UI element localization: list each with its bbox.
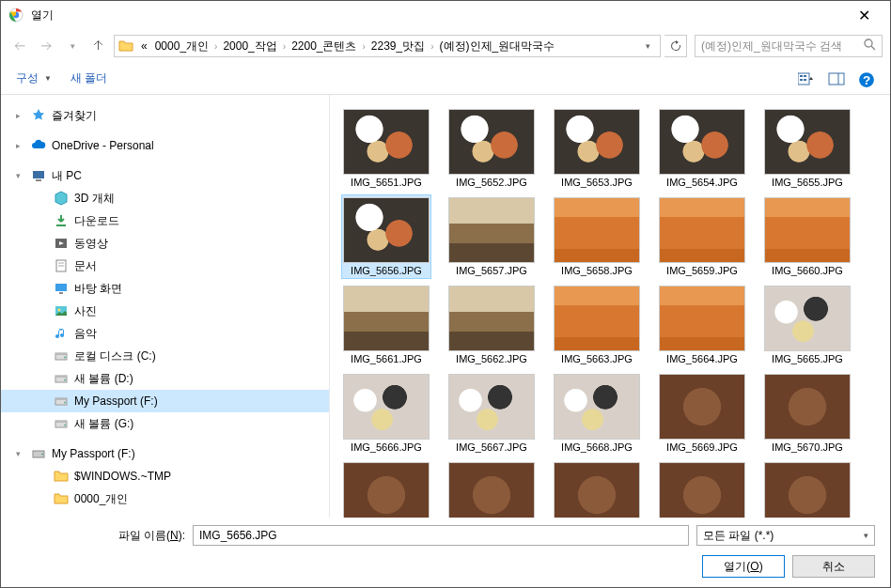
file-item[interactable]: IMG_5661.JPG — [341, 283, 431, 367]
file-list[interactable]: IMG_5651.JPGIMG_5652.JPGIMG_5653.JPGIMG_… — [330, 95, 890, 518]
tree-item[interactable]: 사진 — [1, 300, 329, 322]
open-button[interactable]: 열기(O) — [702, 555, 785, 578]
file-item[interactable]: IMG_5666.JPG — [341, 371, 431, 456]
thumbnail — [554, 109, 640, 175]
breadcrumb-item[interactable]: 2000_작업 — [219, 39, 280, 53]
file-item[interactable]: IMG_5653.JPG — [552, 106, 642, 191]
breadcrumb[interactable]: « 0000_개인›2000_작업›2200_콘텐츠›2239_맛집›(예정)인… — [114, 35, 661, 57]
svg-rect-27 — [55, 376, 67, 378]
tree-item[interactable]: 3D 개체 — [1, 187, 329, 209]
thumbnail — [659, 286, 745, 351]
file-item[interactable]: IMG_5652.JPG — [446, 106, 537, 191]
file-item[interactable]: IMG_5665.JPG — [762, 283, 852, 367]
breadcrumb-item[interactable]: (예정)인제_원대막국수 — [436, 39, 559, 53]
disk-icon — [54, 348, 69, 364]
thumbnail — [343, 286, 430, 351]
file-name: IMG_5660.JPG — [772, 265, 843, 276]
refresh-button[interactable] — [664, 35, 687, 57]
thumbnail — [554, 374, 640, 440]
tree-thispc[interactable]: ▾ 내 PC — [1, 164, 329, 187]
file-name: IMG_5663.JPG — [561, 353, 633, 364]
breadcrumb-item[interactable]: 0000_개인 — [151, 39, 212, 53]
file-item[interactable]: IMG_5655.JPG — [762, 106, 852, 191]
svg-rect-20 — [59, 292, 63, 294]
thumbnail — [659, 462, 745, 518]
svg-point-28 — [64, 379, 66, 381]
photo-icon — [54, 303, 69, 318]
cancel-button[interactable]: 취소 — [792, 555, 875, 578]
organize-menu[interactable]: 구성▼ — [16, 70, 52, 86]
back-button[interactable]: 🡠 — [8, 35, 31, 57]
file-item[interactable]: IMG_5659.JPG — [657, 194, 747, 279]
newfolder-button[interactable]: 새 폴더 — [70, 70, 107, 86]
file-item[interactable]: IMG_5663.JPG — [552, 283, 642, 367]
disk-icon — [54, 394, 69, 409]
file-item[interactable]: IMG_5667.JPG — [446, 371, 537, 456]
main: ▸ 즐겨찾기 ▸ OneDrive - Personal ▾ 내 PC 3D 개… — [1, 95, 890, 518]
desktop-icon — [54, 281, 69, 296]
thumbnail — [764, 109, 851, 175]
svg-text:?: ? — [863, 72, 870, 86]
file-name: IMG_5656.JPG — [351, 265, 422, 276]
thumbnail — [448, 197, 535, 263]
tree-passport[interactable]: ▾ My Passport (F:) — [1, 442, 329, 465]
svg-rect-33 — [55, 421, 67, 423]
tree-item[interactable]: 음악 — [1, 322, 329, 345]
file-item[interactable]: IMG_5662.JPG — [446, 283, 537, 367]
up-button[interactable]: 🡡 — [87, 35, 110, 57]
breadcrumb-separator[interactable]: › — [429, 41, 435, 52]
tree-item[interactable]: 새 볼륨 (G:) — [1, 412, 329, 435]
breadcrumb-item[interactable]: 2239_맛집 — [367, 39, 429, 53]
file-item[interactable]: IMG_5669.JPG — [657, 371, 747, 456]
breadcrumb-prefix: « — [137, 39, 151, 53]
breadcrumb-separator[interactable]: › — [361, 41, 367, 52]
tree-quickaccess[interactable]: ▸ 즐겨찾기 — [1, 104, 329, 127]
chrome-icon — [8, 8, 23, 23]
file-item[interactable]: IMG_5651.JPG — [341, 106, 431, 191]
filename-input[interactable] — [193, 525, 689, 546]
file-item[interactable]: IMG_5654.JPG — [657, 106, 747, 191]
tree-item[interactable]: 다운로드 — [1, 209, 329, 232]
tree-item[interactable]: My Passport (F:) — [1, 390, 329, 412]
file-name: IMG_5653.JPG — [561, 177, 633, 188]
tree-onedrive[interactable]: ▸ OneDrive - Personal — [1, 134, 329, 157]
file-item[interactable]: IMG_5664.JPG — [657, 283, 747, 367]
search-input[interactable]: (예정)인제_원대막국수 검색 — [695, 35, 883, 57]
file-item[interactable]: IMG_5671.JPG — [341, 459, 431, 518]
help-button[interactable]: ? — [858, 71, 875, 86]
file-item[interactable]: IMG_5670.JPG — [762, 371, 852, 456]
file-item[interactable]: IMG_5674.JPG — [657, 459, 747, 518]
tree-item[interactable]: 문서 — [1, 255, 329, 277]
file-item[interactable]: IMG_5672.JPG — [446, 459, 537, 518]
file-item[interactable]: IMG_5675.JPG — [762, 459, 852, 518]
file-item[interactable]: IMG_5660.JPG — [762, 194, 852, 279]
recent-dropdown[interactable]: ▾ — [61, 35, 84, 57]
file-item[interactable]: IMG_5657.JPG — [446, 194, 537, 279]
filetype-filter[interactable]: 모든 파일 (*.*)▾ — [696, 525, 875, 546]
preview-pane-button[interactable] — [828, 71, 845, 86]
tree-item[interactable]: 바탕 화면 — [1, 277, 329, 300]
svg-rect-6 — [800, 79, 803, 81]
forward-button[interactable]: 🡢 — [35, 35, 57, 57]
tree-item[interactable]: $WINDOWS.~TMP — [1, 465, 329, 487]
filename-label: 파일 이름(N): — [16, 528, 185, 544]
svg-point-2 — [865, 39, 872, 47]
tree-item[interactable]: 새 볼륨 (D:) — [1, 367, 329, 390]
tree-item[interactable]: 0000_개인 — [1, 487, 329, 510]
file-item[interactable]: IMG_5673.JPG — [552, 459, 642, 518]
tree-item[interactable]: 동영상 — [1, 232, 329, 255]
breadcrumb-item[interactable]: 2200_콘텐츠 — [288, 39, 360, 53]
window-title: 열기 — [31, 8, 845, 23]
view-menu[interactable] — [798, 71, 815, 86]
svg-rect-19 — [55, 284, 67, 291]
file-item[interactable]: IMG_5668.JPG — [552, 371, 642, 456]
file-name: IMG_5670.JPG — [772, 441, 843, 453]
file-item[interactable]: IMG_5658.JPG — [552, 194, 642, 279]
close-button[interactable]: ✕ — [845, 7, 883, 24]
thumbnail — [448, 286, 535, 351]
file-item[interactable]: IMG_5656.JPG — [341, 194, 431, 279]
tree-item[interactable]: 로컬 디스크 (C:) — [1, 345, 329, 367]
footer: 파일 이름(N): 모든 파일 (*.*)▾ 열기(O) 취소 — [1, 518, 890, 585]
breadcrumb-dropdown[interactable]: ▾ — [640, 41, 656, 51]
navigation-tree[interactable]: ▸ 즐겨찾기 ▸ OneDrive - Personal ▾ 내 PC 3D 개… — [1, 95, 330, 518]
